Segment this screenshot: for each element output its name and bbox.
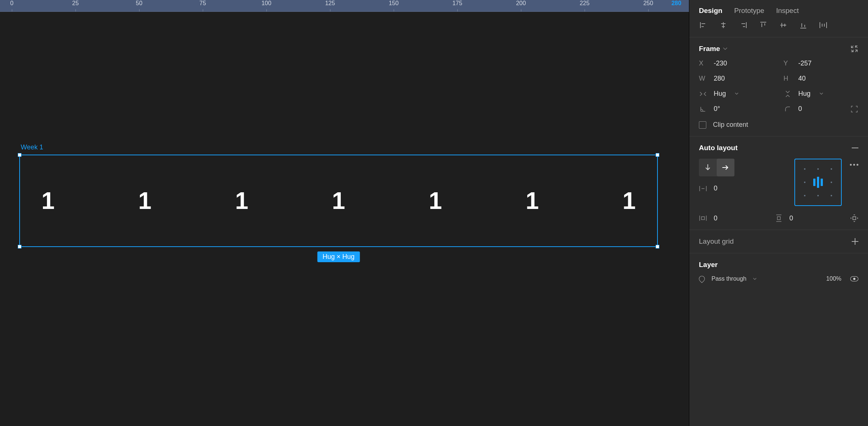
cell[interactable]: 1 — [526, 189, 539, 213]
direction-toggle — [699, 159, 734, 176]
h-field[interactable]: H40 — [784, 75, 859, 82]
visibility-icon[interactable] — [850, 276, 858, 281]
alignment-box[interactable] — [794, 159, 842, 206]
cell[interactable]: 1 — [332, 189, 345, 213]
y-field[interactable]: Y-257 — [784, 60, 859, 67]
tab-design[interactable]: Design — [699, 7, 722, 15]
independent-corners-icon[interactable] — [850, 105, 858, 113]
blend-mode-dropdown[interactable]: Pass through — [699, 275, 757, 282]
frame-label[interactable]: Week 1 — [21, 143, 43, 151]
direction-vertical-button[interactable] — [699, 159, 717, 176]
resize-handle-br[interactable] — [656, 245, 659, 248]
ruler-tick: 0 — [10, 0, 14, 7]
ruler-tick: 100 — [262, 0, 272, 7]
opacity-field[interactable]: 100% — [826, 275, 841, 282]
independent-padding-icon[interactable] — [850, 214, 858, 222]
frame-title[interactable]: Frame — [699, 45, 720, 53]
ruler-tick: 50 — [136, 0, 142, 7]
ruler-current-position: 280 — [672, 0, 682, 7]
ruler-tick: 225 — [580, 0, 590, 7]
radius-icon — [784, 106, 792, 112]
cell[interactable]: 1 — [235, 189, 248, 213]
ruler-tick: 75 — [199, 0, 206, 7]
angle-icon — [699, 106, 707, 112]
layer-title: Layer — [699, 261, 718, 269]
w-field[interactable]: W280 — [699, 75, 774, 82]
x-field[interactable]: X-230 — [699, 60, 774, 67]
checkbox-icon — [699, 121, 706, 129]
ruler-tick: 125 — [325, 0, 335, 7]
ruler-tick: 25 — [72, 0, 79, 7]
chevron-down-icon — [820, 92, 823, 95]
droplet-icon — [698, 275, 706, 283]
ruler-tick: 250 — [643, 0, 653, 7]
align-top-icon[interactable] — [759, 21, 768, 30]
padding-h-icon — [699, 215, 707, 222]
auto-layout-title: Auto layout — [699, 144, 738, 152]
properties-panel: Design Prototype Inspect Frame X-230 Y-2… — [689, 0, 868, 426]
alignment-indicator-icon — [811, 176, 825, 189]
chevron-down-icon — [735, 92, 739, 95]
radius-field[interactable]: 0 — [784, 105, 859, 113]
ruler-tick: 175 — [452, 0, 462, 7]
layout-grid-section: Layout grid — [689, 230, 868, 253]
hug-vertical[interactable]: Hug — [784, 90, 859, 98]
frame-section: Frame X-230 Y-257 W280 H40 Hug Hug — [689, 37, 868, 136]
align-center-v-icon[interactable] — [779, 21, 788, 30]
horizontal-ruler[interactable]: 0255075100125150175200225250280 — [0, 0, 689, 12]
ruler-tick: 150 — [389, 0, 399, 7]
tab-prototype[interactable]: Prototype — [734, 7, 764, 15]
padding-vertical-field[interactable]: 0 — [775, 214, 843, 222]
remove-auto-layout-icon[interactable] — [852, 148, 858, 148]
svg-rect-0 — [853, 217, 856, 220]
resize-handle-bl[interactable] — [18, 245, 21, 248]
resize-to-fit-icon[interactable] — [850, 45, 858, 53]
hug-v-icon — [784, 90, 792, 98]
cell[interactable]: 1 — [41, 189, 55, 213]
layer-section: Layer Pass through 100% — [689, 253, 868, 290]
spacing-field[interactable]: 0 — [699, 185, 786, 192]
align-center-h-icon[interactable] — [719, 21, 728, 30]
auto-layout-section: Auto layout 0 — [689, 136, 868, 230]
more-options-icon[interactable] — [850, 164, 858, 166]
ruler-tick: 200 — [516, 0, 526, 7]
chevron-down-icon[interactable] — [723, 47, 727, 50]
align-left-icon[interactable] — [699, 21, 708, 30]
panel-tabs: Design Prototype Inspect — [689, 0, 868, 21]
cell[interactable]: 1 — [138, 189, 152, 213]
cell[interactable]: 1 — [622, 189, 636, 213]
align-right-icon[interactable] — [739, 21, 748, 30]
layout-grid-title: Layout grid — [699, 237, 734, 246]
padding-v-icon — [775, 214, 783, 222]
padding-horizontal-field[interactable]: 0 — [699, 214, 767, 222]
alignment-row — [689, 21, 868, 37]
resize-handle-tl[interactable] — [18, 153, 21, 157]
canvas[interactable]: 0255075100125150175200225250280 Week 1 1… — [0, 0, 689, 426]
chevron-down-icon — [753, 278, 757, 280]
spacing-icon — [699, 185, 707, 192]
cell[interactable]: 1 — [429, 189, 442, 213]
align-bottom-icon[interactable] — [799, 21, 808, 30]
resize-handle-tr[interactable] — [656, 153, 659, 157]
direction-horizontal-button[interactable] — [717, 159, 734, 176]
tab-inspect[interactable]: Inspect — [776, 7, 799, 15]
add-layout-grid-icon[interactable] — [852, 238, 858, 245]
hug-h-icon — [699, 91, 707, 97]
selection-frame[interactable]: 1 1 1 1 1 1 1 — [19, 155, 658, 247]
distribute-icon[interactable] — [819, 21, 828, 30]
hug-horizontal[interactable]: Hug — [699, 90, 774, 98]
clip-content-toggle[interactable]: Clip content — [699, 121, 858, 129]
rotation-field[interactable]: 0° — [699, 105, 774, 113]
size-badge: Hug × Hug — [317, 251, 360, 262]
